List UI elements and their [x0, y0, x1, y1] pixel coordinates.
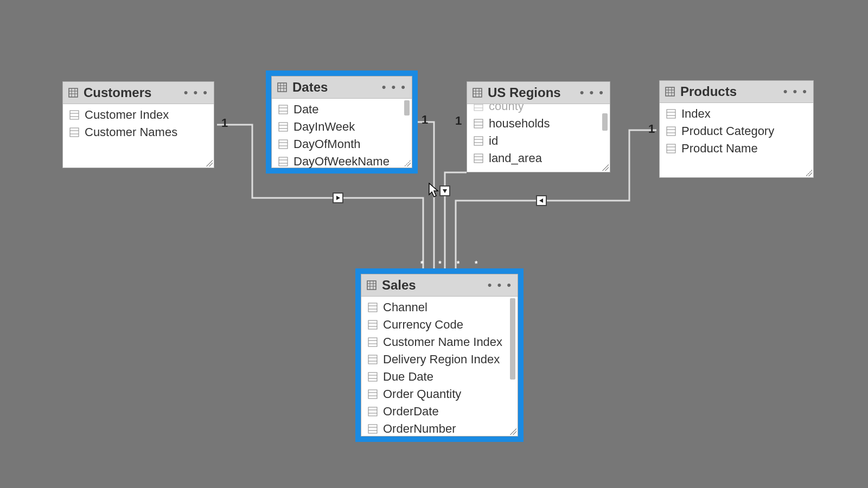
field-icon	[666, 109, 676, 119]
svg-rect-40	[474, 119, 483, 128]
field-list: Channel Currency Code Customer Name Inde…	[361, 297, 518, 440]
field-icon	[368, 337, 378, 347]
field-icon	[474, 119, 483, 129]
field-label: county	[489, 104, 524, 113]
cardinality-dates: 1	[422, 113, 428, 127]
field-label: Delivery Region Index	[383, 352, 500, 367]
field-item[interactable]: households	[467, 115, 610, 132]
field-item[interactable]: Customer Index	[63, 106, 214, 124]
scrollbar-thumb[interactable]	[602, 113, 608, 131]
field-item[interactable]: Date	[272, 101, 412, 118]
cardinality-customers: 1	[221, 116, 228, 130]
table-sales[interactable]: Sales • • • Channel Currency Code Custom…	[361, 274, 518, 436]
field-label: Channel	[383, 300, 427, 314]
field-list: Index Product Category Product Name	[660, 103, 813, 159]
field-item[interactable]: Order Quantity	[361, 386, 518, 403]
table-icon	[367, 280, 376, 290]
svg-rect-46	[474, 154, 483, 163]
field-item[interactable]: Product Category	[660, 123, 813, 140]
field-item[interactable]: Customer Name Index	[361, 333, 518, 351]
more-icon[interactable]: • • •	[184, 87, 208, 99]
field-item[interactable]: Index	[660, 105, 813, 123]
svg-rect-57	[667, 127, 675, 136]
field-list: county households id land_area	[467, 104, 610, 169]
table-usregions[interactable]: US Regions • • • county households id la…	[467, 81, 610, 172]
field-label: Product Name	[681, 142, 758, 156]
field-item[interactable]: Currency Code	[361, 316, 518, 333]
field-label: OrderNumber	[383, 422, 456, 436]
field-label: Order Quantity	[383, 387, 461, 401]
field-item[interactable]: DayOfMonth	[272, 136, 412, 153]
resize-handle[interactable]	[602, 164, 609, 171]
field-label: Customer Name Index	[383, 335, 502, 349]
field-icon	[474, 104, 483, 111]
field-icon	[666, 126, 676, 136]
cardinality-products: 1	[648, 122, 655, 136]
table-products[interactable]: Products • • • Index Product Category Pr…	[659, 80, 814, 178]
svg-rect-29	[279, 157, 288, 166]
resize-handle[interactable]	[404, 160, 411, 166]
field-item[interactable]: Product Name	[660, 140, 813, 157]
field-icon	[368, 424, 378, 434]
field-item[interactable]: Customer Names	[63, 124, 214, 141]
table-dates[interactable]: Dates • • • Date DayInWeek DayOfMonth Da…	[271, 76, 412, 168]
field-item[interactable]: id	[467, 132, 610, 150]
field-icon	[368, 355, 378, 364]
field-label: Currency Code	[383, 318, 463, 332]
field-icon	[278, 157, 288, 166]
svg-rect-15	[278, 83, 286, 92]
filter-direction-right-icon	[333, 192, 343, 203]
table-title: Sales	[382, 278, 482, 293]
table-customers[interactable]: Customers • • • Customer Index Customer …	[62, 81, 214, 168]
more-icon[interactable]: • • •	[382, 81, 406, 93]
field-icon	[368, 372, 378, 382]
field-icon	[666, 144, 676, 153]
table-icon	[473, 88, 482, 98]
field-item[interactable]: DayInWeek	[272, 118, 412, 136]
field-item[interactable]: Delivery Region Index	[361, 351, 518, 368]
resize-handle[interactable]	[206, 160, 213, 166]
field-item[interactable]: county	[467, 104, 610, 115]
field-icon	[474, 153, 483, 163]
field-item[interactable]: OrderDate	[361, 403, 518, 420]
field-item[interactable]: OrderNumber	[361, 420, 518, 438]
svg-rect-60	[667, 144, 675, 153]
svg-rect-77	[368, 355, 377, 364]
field-label: DayOfMonth	[293, 137, 361, 151]
table-title: Dates	[292, 80, 376, 95]
field-item[interactable]: land_area	[467, 150, 610, 167]
field-icon	[474, 136, 483, 146]
field-item[interactable]: DayOfWeekName	[272, 153, 412, 170]
scrollbar-thumb[interactable]	[510, 298, 515, 380]
more-icon[interactable]: • • •	[488, 279, 512, 291]
field-label: Date	[293, 102, 318, 117]
field-label: Due Date	[383, 370, 433, 384]
svg-rect-23	[279, 123, 288, 131]
diagram-canvas[interactable]: 1 1 1 1 * * * * Customers • • • Customer…	[0, 0, 868, 488]
more-icon[interactable]: • • •	[580, 87, 604, 99]
svg-rect-83	[368, 390, 377, 399]
table-icon	[665, 87, 675, 97]
svg-marker-0	[336, 196, 340, 200]
svg-rect-63	[367, 281, 376, 290]
mouse-cursor-icon	[429, 183, 439, 198]
table-title: US Regions	[488, 85, 575, 100]
svg-rect-68	[368, 303, 377, 312]
field-item[interactable]: Channel	[361, 299, 518, 316]
field-item[interactable]: Due Date	[361, 368, 518, 386]
table-title: Products	[680, 84, 778, 99]
more-icon[interactable]: • • •	[783, 86, 808, 98]
resize-handle[interactable]	[806, 170, 812, 176]
svg-rect-89	[368, 425, 377, 433]
field-icon	[368, 407, 378, 416]
field-label: Product Category	[681, 124, 774, 138]
scrollbar-thumb[interactable]	[404, 100, 410, 115]
filter-direction-left-icon	[536, 195, 547, 206]
field-icon	[368, 320, 378, 330]
field-label: Customer Names	[85, 125, 177, 139]
resize-handle[interactable]	[510, 428, 516, 435]
field-label: Customer Index	[85, 108, 169, 122]
table-title: Customers	[84, 85, 178, 100]
svg-rect-54	[667, 110, 675, 118]
field-icon	[278, 139, 288, 149]
